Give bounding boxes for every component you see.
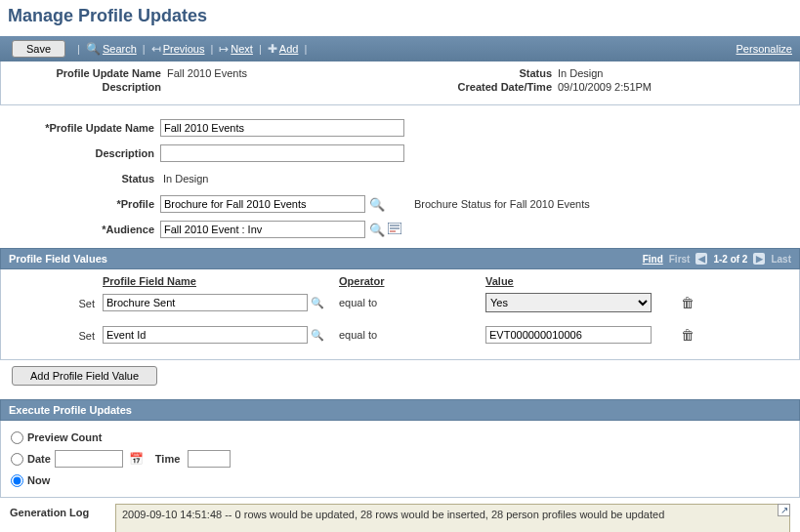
lookup-icon[interactable]: 🔍 xyxy=(369,197,385,212)
toolbar-separator: | xyxy=(77,43,80,55)
description-input[interactable] xyxy=(160,144,404,162)
add-profile-field-value-button[interactable]: Add Profile Field Value xyxy=(12,366,157,386)
trash-icon[interactable]: 🗑 xyxy=(681,327,695,343)
time-input[interactable] xyxy=(188,450,231,468)
toolbar-separator: | xyxy=(259,43,262,55)
grid-counter: 1-2 of 2 xyxy=(713,254,747,265)
summary-name-value: Fall 2010 Events xyxy=(167,67,421,79)
generation-log-box: 2009-09-10 14:51:48 -- 0 rows would be u… xyxy=(115,504,790,532)
grid-column-headers: Profile Field Name Operator Value xyxy=(9,271,791,293)
date-input[interactable] xyxy=(55,450,123,468)
add-link[interactable]: Add xyxy=(279,43,299,55)
previous-link[interactable]: Previous xyxy=(163,43,205,55)
grid-title: Profile Field Values xyxy=(9,253,643,265)
generation-log-row: Generation Log 2009-09-10 14:51:48 -- 0 … xyxy=(0,498,800,532)
next-link[interactable]: Next xyxy=(231,43,253,55)
toolbar-separator: | xyxy=(210,43,213,55)
calendar-icon[interactable]: 📅 xyxy=(129,452,144,466)
generation-log-label: Generation Log xyxy=(10,504,111,518)
col-name-header: Profile Field Name xyxy=(103,275,339,287)
grid-body: Profile Field Name Operator Value Set 🔍 … xyxy=(0,269,800,360)
grid-find-link[interactable]: Find xyxy=(643,254,663,265)
save-button[interactable]: Save xyxy=(12,40,65,58)
previous-icon: ↤ xyxy=(151,42,161,56)
profile-update-name-label: *Profile Update Name xyxy=(10,122,160,134)
trash-icon[interactable]: 🗑 xyxy=(681,295,695,310)
summary-created-value: 09/10/2009 2:51PM xyxy=(558,81,753,93)
grid-row: Set 🔍 equal to 🗑 xyxy=(9,326,791,344)
summary-description-label: Description xyxy=(11,81,167,93)
grid-nav: Find First ◀ 1-2 of 2 ▶ Last xyxy=(643,253,791,265)
summary-description-value xyxy=(167,81,421,93)
add-icon: ✚ xyxy=(268,42,277,56)
audience-label: *Audience xyxy=(10,224,160,235)
lookup-icon[interactable]: 🔍 xyxy=(369,223,385,237)
execute-header-bar: Execute Profile Updates xyxy=(0,399,800,421)
arrow-left-icon[interactable]: ◀ xyxy=(695,253,707,265)
personalize-link[interactable]: Personalize xyxy=(737,43,792,55)
row-set-label: Set xyxy=(9,296,103,309)
profile-field-name-input[interactable] xyxy=(103,294,308,311)
now-label: Now xyxy=(27,474,50,486)
date-label: Date xyxy=(27,453,51,465)
grid-first: First xyxy=(669,254,691,265)
col-value-header: Value xyxy=(485,275,681,287)
description-label: Description xyxy=(10,147,160,159)
notes-icon[interactable] xyxy=(388,223,401,236)
profile-sidetext: Brochure Status for Fall 2010 Events xyxy=(414,198,590,210)
toolbar: Save | 🔍 Search | ↤ Previous | ↦ Next | … xyxy=(0,36,800,61)
toolbar-separator: | xyxy=(143,43,146,55)
search-icon: 🔍 xyxy=(86,42,101,56)
expand-icon[interactable]: ↗ xyxy=(778,504,790,516)
page-title: Manage Profile Updates xyxy=(0,0,800,36)
profile-update-name-input[interactable] xyxy=(160,119,404,137)
row-set-label: Set xyxy=(9,328,103,342)
toolbar-separator: | xyxy=(304,43,307,55)
col-operator-header: Operator xyxy=(339,275,485,287)
summary-name-label: Profile Update Name xyxy=(11,67,167,79)
preview-count-label: Preview Count xyxy=(27,431,102,443)
profile-field-name-input[interactable] xyxy=(103,326,308,344)
lookup-icon[interactable]: 🔍 xyxy=(311,297,324,308)
now-radio[interactable] xyxy=(11,474,23,487)
preview-count-radio[interactable] xyxy=(11,431,23,444)
value-input[interactable] xyxy=(485,326,652,344)
value-select[interactable]: Yes xyxy=(485,293,652,312)
search-link[interactable]: Search xyxy=(103,43,137,55)
status-label: Status xyxy=(10,173,160,184)
audience-input[interactable] xyxy=(160,221,365,238)
row-operator: equal to xyxy=(339,329,485,341)
summary-created-label: Created Date/Time xyxy=(421,81,558,93)
grid-row: Set 🔍 equal to Yes 🗑 xyxy=(9,293,791,312)
time-label: Time xyxy=(155,453,180,465)
summary-status-label: Status xyxy=(421,67,558,79)
row-operator: equal to xyxy=(339,297,485,308)
grid-header-bar: Profile Field Values Find First ◀ 1-2 of… xyxy=(0,248,800,269)
profile-input[interactable] xyxy=(160,195,365,213)
date-radio[interactable] xyxy=(11,453,23,466)
summary-box: Profile Update Name Fall 2010 Events Sta… xyxy=(0,61,800,105)
grid-last: Last xyxy=(771,254,791,265)
profile-label: *Profile xyxy=(10,198,160,210)
status-static: In Design xyxy=(160,173,208,184)
lookup-icon[interactable]: 🔍 xyxy=(311,329,324,341)
next-icon: ↦ xyxy=(219,42,229,56)
execute-body: Preview Count Date 📅 Time Now xyxy=(0,421,800,498)
generation-log-text: 2009-09-10 14:51:48 -- 0 rows would be u… xyxy=(122,509,664,520)
summary-status-value: In Design xyxy=(558,67,753,79)
form-area: *Profile Update Name Description Status … xyxy=(0,105,800,248)
arrow-right-icon[interactable]: ▶ xyxy=(753,253,765,265)
